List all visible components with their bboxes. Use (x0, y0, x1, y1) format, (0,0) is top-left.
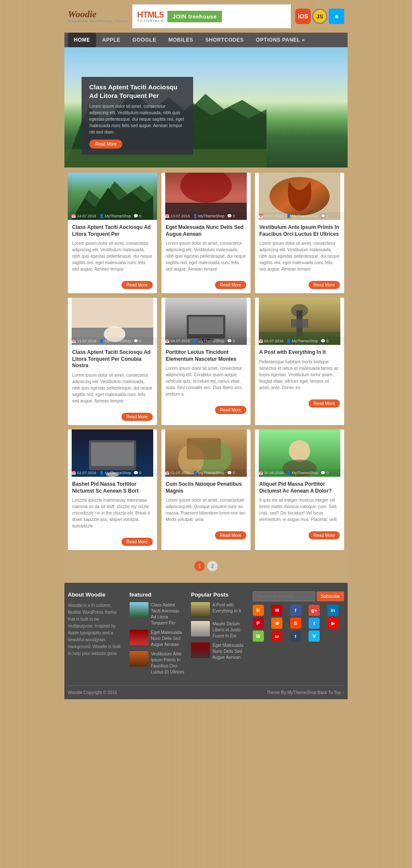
card-5-meta: 📅 04.07.2016 👤 MyThemeShop 💬 0 (161, 337, 251, 345)
card-5-read-more[interactable]: Read More (215, 406, 246, 414)
card-1: 📅 14.07.2016 👤 MyThemeShop 💬 0 Class Apt… (68, 173, 157, 293)
card-2-title: Eget Malesuada Nunc Delis Sed Augue Aene… (166, 224, 246, 238)
html5-label: HTML5 TUTORIALS (137, 10, 164, 23)
svg-point-34 (289, 440, 310, 462)
social-lastfm-icon[interactable]: ω (271, 630, 282, 642)
card-1-excerpt: Lorem ipsum dolor sit amet, consectetur … (72, 240, 153, 272)
nav-options[interactable]: OPTIONS PANEL » (250, 33, 311, 47)
footer-popular-2: Mauris Dictum Libero id Justo Fusce In E… (191, 621, 247, 639)
featured-thumb-1-title: Class Aptent Taciti Aociosqu Ad Litora T… (151, 602, 185, 626)
join-treehouse-button[interactable]: JOIN treehouse (167, 11, 222, 22)
social-stumbleupon-icon[interactable]: S (290, 618, 301, 629)
footer-popular-col: Popular Posts A Post with Everything In … (191, 591, 247, 679)
popular-thumb-3 (191, 643, 210, 658)
theme-credit: Theme By MyThemeShop Back To Top ↑ (267, 690, 344, 695)
footer: About Woodie Woodie is a tri-column, fle… (64, 583, 348, 699)
card-4-image: 📅 11.07.2016 👤 MyThemeShop 💬 0 (68, 298, 157, 345)
main-nav: HOME APPLE GOOGLE MOBILES SHORTCODES OPT… (64, 33, 348, 47)
card-7-read-more[interactable]: Read More (121, 538, 153, 546)
popular-thumb-3-title: Eget Malesuada Nunc Delis Sed Augue Aene… (212, 643, 247, 661)
footer-popular-1: A Post with Everything In It (191, 602, 247, 618)
card-6-image: 📅 03.07.2016 👤 MyThemeShop 💬 5 (255, 298, 344, 345)
page-wrapper: Woodie Magazine WordPress Theme HTML5 TU… (64, 0, 348, 699)
hero-excerpt: Lorem ipsum dolor sit amet, consectetur … (89, 103, 185, 135)
card-4: 📅 11.07.2016 👤 MyThemeShop 💬 0 Class Apt… (68, 298, 157, 425)
card-1-read-more[interactable]: Read More (121, 281, 153, 289)
nav-google[interactable]: GOOGLE (127, 33, 163, 47)
social-weibo-icon[interactable]: W (253, 630, 264, 642)
social-twitter-icon[interactable]: t (309, 618, 320, 629)
ad-banner[interactable]: HTML5 TUTORIALS JOIN treehouse (132, 4, 291, 28)
social-tumblr-icon[interactable]: t (290, 630, 301, 642)
card-5-title: Porttitor Lectus Tincidunt Elementum Nas… (166, 349, 246, 362)
card-2-image: 📅 13.07.2016 👤 MyThemeShop 💬 0 (161, 173, 251, 220)
featured-thumb-2 (130, 630, 148, 645)
popular-thumb-2-title: Mauris Dictum Libero id Justo Fusce In E… (212, 621, 247, 639)
popular-thumb-1-title: A Post with Everything In It (212, 602, 247, 614)
nav-mobiles[interactable]: MOBILES (162, 33, 199, 47)
card-3: 📅 12.07.2016 👤 MyThemeShop 💬 0 Vestibulu… (255, 173, 344, 293)
email-input[interactable] (253, 591, 315, 601)
social-feed-icon[interactable]: ⊕ (271, 618, 282, 629)
card-8-excerpt: Lorem ipsum dolor sit amet, consectetuer… (166, 497, 246, 523)
card-2-meta: 📅 13.07.2016 👤 MyThemeShop 💬 0 (161, 212, 251, 220)
social-email-icon[interactable]: ✉ (271, 605, 282, 616)
social-googleplus-icon[interactable]: g+ (309, 605, 320, 616)
nav-apple[interactable]: APPLE (96, 33, 127, 47)
social-youtube-icon[interactable]: ▶ (327, 618, 339, 629)
nav-shortcodes[interactable]: SHORTCODES (199, 33, 250, 47)
footer-featured-title: featured (130, 591, 185, 598)
footer-featured-col: featured Class Aptent Taciti Aociosqu Ad… (130, 591, 185, 679)
social-vimeo-icon[interactable]: V (309, 630, 320, 642)
social-rss-icon[interactable]: R (253, 605, 264, 616)
subscribe-button[interactable]: Subscribe (317, 591, 344, 601)
footer-bottom: Woodie Copyright © 2016. Theme By MyThem… (68, 685, 344, 695)
footer-about-title: About Woodie (68, 591, 124, 598)
card-2: 📅 13.07.2016 👤 MyThemeShop 💬 0 Eget Male… (161, 173, 251, 293)
card-3-read-more[interactable]: Read More (309, 281, 340, 289)
card-8: 📅 01.07.2016 👤 MyThemeShop 💬 0 Cum Socii… (161, 429, 251, 550)
card-5-excerpt: Lorem ipsum dolor sit amet, consectetur … (166, 365, 246, 397)
nav-home[interactable]: HOME (68, 33, 96, 47)
card-7-meta: 📅 02.07.2016 👤 MyThemeShop 💬 0 (68, 469, 157, 477)
featured-thumb-1 (130, 602, 148, 618)
hero-read-more-button[interactable]: Read More (89, 140, 122, 149)
logo-tagline: Magazine WordPress Theme (68, 19, 128, 23)
card-9-read-more[interactable]: Read More (309, 531, 340, 539)
card-3-excerpt: Lorem ipsum dolor sit amet, consectetur … (259, 240, 340, 272)
card-8-read-more[interactable]: Read More (215, 531, 246, 539)
social-linkedin-icon[interactable]: in (327, 605, 339, 616)
card-2-read-more[interactable]: Read More (215, 281, 246, 289)
social-icons: R ✉ f g+ in P ⊕ S t ▶ W ω t V (253, 605, 344, 642)
social-facebook-icon[interactable]: f (290, 605, 301, 616)
card-5: 📅 04.07.2016 👤 MyThemeShop 💬 0 Porttitor… (161, 298, 251, 425)
pagination: 1 2 (68, 554, 344, 578)
card-4-read-more[interactable]: Read More (121, 413, 153, 421)
footer-popular-3: Eget Malesuada Nunc Delis Sed Augue Aene… (191, 643, 247, 661)
footer-featured-2: Eget Malesuada Nunc Delis Sed Augue Aene… (130, 630, 185, 648)
footer-social-col: Subscribe R ✉ f g+ in P ⊕ S t ▶ W ω t V (253, 591, 344, 679)
card-5-image: 📅 04.07.2016 👤 MyThemeShop 💬 0 (161, 298, 251, 345)
card-8-meta: 📅 01.07.2016 👤 MyThemeShop 💬 0 (161, 469, 251, 477)
page-1-button[interactable]: 1 (194, 561, 205, 571)
card-6-excerpt: Pellentesque habitant morbi tristique se… (259, 359, 340, 391)
card-grid-row2: 📅 11.07.2016 👤 MyThemeShop 💬 0 Class Apt… (68, 298, 344, 425)
card-4-meta: 📅 11.07.2016 👤 MyThemeShop 💬 0 (68, 337, 157, 345)
hero-section: Class Aptent Taciti Aociosqu Ad Litora T… (64, 47, 348, 168)
card-9-image: 📅 30.06.2016 👤 MyThemeShop 💬 0 (255, 429, 344, 477)
content-area: 📅 14.07.2016 👤 MyThemeShop 💬 0 Class Apt… (64, 168, 348, 583)
card-8-title: Cum Sociis Natoque Penatibus Magnis (166, 481, 246, 494)
card-6: 📅 03.07.2016 👤 MyThemeShop 💬 5 A Post wi… (255, 298, 344, 425)
svg-point-23 (291, 304, 308, 317)
card-7-excerpt: Lorizzle ipsizzle mammasay mammasa mamma… (72, 497, 153, 529)
social-pinterest-icon[interactable]: P (253, 618, 264, 629)
card-9-meta: 📅 30.06.2016 👤 MyThemeShop 💬 0 (255, 469, 344, 477)
footer-featured-1: Class Aptent Taciti Aociosqu Ad Litora T… (130, 602, 185, 626)
card-6-read-more[interactable]: Read More (309, 399, 340, 408)
page-2-button[interactable]: 2 (207, 561, 218, 571)
card-9-title: Aliquet Pid Massa Porttitor Dictumst Ac … (259, 481, 340, 494)
footer-about-text: Woodie is a tri-column, flexible WordPre… (68, 602, 124, 657)
footer-about-col: About Woodie Woodie is a tri-column, fle… (68, 591, 124, 679)
card-1-meta: 📅 14.07.2016 👤 MyThemeShop 💬 0 (68, 212, 157, 220)
tech-icons: iOS JS ⊞ (295, 9, 344, 24)
